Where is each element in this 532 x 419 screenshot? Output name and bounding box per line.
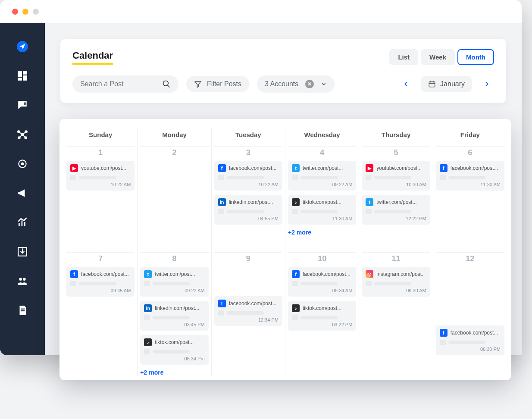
- calendar-cell[interactable]: 5▶youtube.com/post...10:30 AMttwitter.co…: [362, 146, 430, 252]
- post-time: 12:22 PM: [366, 216, 426, 221]
- calendar-cell[interactable]: 7ffacebook.com/post...09:45 AM: [66, 252, 135, 358]
- post-time: 06:30 PM: [440, 347, 501, 352]
- post-time: 10:22 AM: [218, 182, 279, 187]
- post-time: 09:45 AM: [70, 288, 131, 293]
- view-week-button[interactable]: Week: [421, 49, 455, 65]
- tw-icon: t: [144, 270, 152, 278]
- nav-compose[interactable]: [16, 41, 28, 53]
- window-maximize-dot[interactable]: [33, 9, 39, 15]
- calendar-cell[interactable]: 9ffacebook.com/post...12:34 PM: [214, 252, 282, 358]
- post-url: facebook.com/post...: [303, 271, 350, 277]
- post-url: facebook.com/post...: [81, 271, 129, 277]
- svg-rect-24: [21, 309, 25, 310]
- filter-label: Filter Posts: [207, 80, 241, 88]
- post-card[interactable]: ttwitter.com/post...09:22 AM: [288, 161, 356, 191]
- post-url: twitter.com/post...: [376, 199, 416, 205]
- post-time: 09:22 AM: [144, 288, 204, 293]
- nav-team[interactable]: [16, 275, 28, 287]
- post-card[interactable]: ♪tiktok.com/post...06:34 Pm: [140, 335, 208, 365]
- calendar-cell[interactable]: 10ffacebook.com/post...09:34 AM♪tiktok.c…: [288, 252, 356, 358]
- day-column: Wednesday4ttwitter.com/post...09:22 AM♪t…: [285, 128, 359, 376]
- post-url: twitter.com/post...: [303, 165, 343, 171]
- calendar-cell[interactable]: 3ffacebook.com/post...10:22 AMinlinkedin…: [214, 146, 282, 252]
- view-switcher: List Week Month: [389, 49, 494, 65]
- chevron-right-icon: [483, 81, 490, 88]
- post-card[interactable]: ttwitter.com/post...09:22 AM: [140, 267, 208, 297]
- post-card[interactable]: ffacebook.com/post...09:45 AM: [66, 267, 135, 297]
- svg-rect-1: [18, 71, 22, 77]
- more-posts-link[interactable]: +2 more: [288, 229, 356, 236]
- post-url: twitter.com/post...: [155, 271, 195, 277]
- month-selector[interactable]: January: [421, 76, 472, 92]
- calendar-cell[interactable]: 1▶youtube.com/post...10:22 AM: [66, 146, 135, 252]
- fb-icon: f: [440, 329, 448, 337]
- svg-point-26: [163, 81, 169, 86]
- post-card[interactable]: ♪tiktok.com/post...11:30 AM: [288, 195, 356, 225]
- prev-month-button[interactable]: [399, 77, 413, 91]
- filter-pill[interactable]: Filter Posts: [186, 76, 249, 92]
- post-card[interactable]: ffacebook.com/post...12:34 PM: [214, 296, 282, 326]
- more-posts-link[interactable]: +2 more: [140, 369, 208, 376]
- nav-network[interactable]: [16, 128, 28, 141]
- post-card[interactable]: inlinkedin.com/post...03:45 PM: [140, 301, 208, 331]
- day-header: Thursday: [362, 128, 430, 146]
- svg-line-27: [168, 85, 170, 88]
- day-number: 6: [436, 148, 504, 157]
- next-month-button[interactable]: [479, 77, 494, 91]
- post-card[interactable]: ◎instagram.com/post.09:30 AM: [362, 267, 430, 297]
- post-card[interactable]: ffacebook.com/post...06:30 PM: [436, 325, 504, 355]
- calendar-cell[interactable]: 12ffacebook.com/post...06:30 PM: [436, 252, 504, 358]
- calendar-cell[interactable]: 2: [140, 146, 208, 252]
- svg-rect-5: [24, 103, 25, 106]
- calendar-cell[interactable]: 11◎instagram.com/post.09:30 AM: [362, 252, 430, 358]
- nav-download[interactable]: [16, 246, 28, 258]
- svg-line-12: [22, 132, 26, 135]
- window-minimize-dot[interactable]: [22, 9, 28, 15]
- window-close-dot[interactable]: [12, 9, 18, 15]
- svg-rect-2: [23, 71, 27, 75]
- post-card[interactable]: inlinkedin.com/post...04:55 PM: [214, 195, 282, 225]
- svg-point-22: [19, 278, 22, 281]
- day-header: Wednesday: [288, 128, 356, 146]
- post-time: 11:30 AM: [440, 182, 501, 187]
- post-card[interactable]: ffacebook.com/post...11:30 AM: [436, 161, 504, 191]
- svg-rect-3: [23, 75, 27, 81]
- day-number: 1: [66, 148, 135, 157]
- search-input[interactable]: [80, 80, 153, 88]
- calendar-cell[interactable]: 6ffacebook.com/post...11:30 AM: [436, 146, 504, 252]
- nav-campaign[interactable]: [16, 187, 28, 199]
- post-card[interactable]: ffacebook.com/post...09:34 AM: [288, 267, 356, 297]
- nav-reports[interactable]: [16, 304, 28, 316]
- nav-target[interactable]: [16, 158, 28, 170]
- nav-dashboard[interactable]: [16, 70, 28, 82]
- post-url: linkedin.com/post...: [155, 305, 199, 311]
- comment-edit-icon: [17, 100, 28, 111]
- post-url: youtube.com/post...: [81, 165, 126, 171]
- tk-icon: ♪: [292, 198, 300, 206]
- view-month-button[interactable]: Month: [457, 49, 494, 65]
- day-column: Monday28ttwitter.com/post...09:22 AMinli…: [138, 128, 211, 376]
- post-card[interactable]: ▶youtube.com/post...10:30 AM: [362, 161, 430, 191]
- accounts-pill[interactable]: 3 Accounts ✕: [257, 75, 335, 93]
- post-card[interactable]: ▶youtube.com/post...10:22 AM: [66, 161, 135, 191]
- post-url: facebook.com/post...: [451, 330, 498, 336]
- post-url: instagram.com/post.: [376, 271, 423, 277]
- search-pill[interactable]: [72, 75, 178, 93]
- calendar-cell[interactable]: 4ttwitter.com/post...09:22 AM♪tiktok.com…: [288, 146, 356, 252]
- post-card[interactable]: ttwitter.com/post...12:22 PM: [362, 195, 430, 225]
- fb-icon: f: [440, 164, 448, 172]
- paper-plane-icon: [17, 41, 28, 52]
- day-number: 8: [140, 254, 208, 263]
- fb-icon: f: [218, 164, 226, 172]
- calendar-cell[interactable]: 8ttwitter.com/post...09:22 AMinlinkedin.…: [140, 252, 208, 376]
- post-url: facebook.com/post...: [229, 300, 277, 306]
- fb-icon: f: [218, 300, 226, 307]
- nav-analytics[interactable]: [16, 216, 28, 228]
- post-time: 10:30 AM: [366, 182, 426, 187]
- post-card[interactable]: ffacebook.com/post...10:22 AM: [214, 161, 282, 191]
- clear-accounts-icon[interactable]: ✕: [305, 80, 314, 88]
- view-list-button[interactable]: List: [389, 49, 418, 65]
- filter-icon: [194, 80, 202, 88]
- nav-posts[interactable]: [16, 99, 28, 111]
- post-card[interactable]: ♪tiktok.com/post...03:22 PM: [288, 301, 356, 331]
